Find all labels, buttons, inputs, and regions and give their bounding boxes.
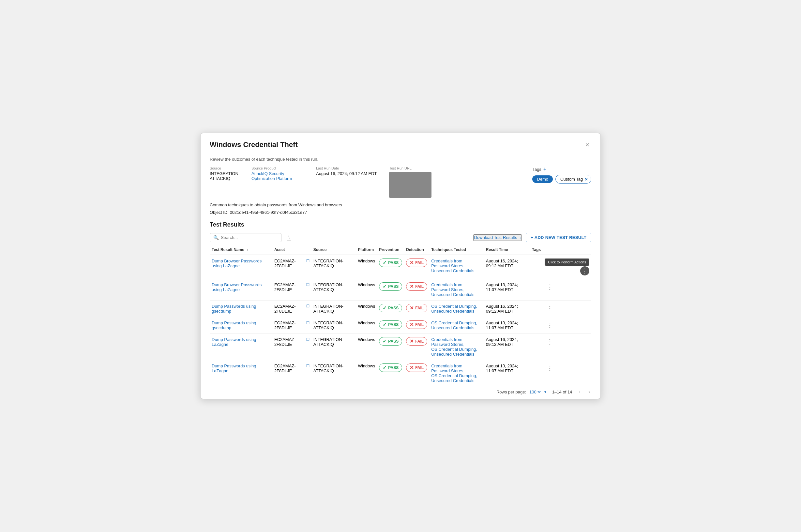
chevron-down-icon: ▼ xyxy=(544,390,547,394)
search-box: 🔍 xyxy=(210,233,281,242)
close-button[interactable]: × xyxy=(583,140,591,149)
technique-link[interactable]: Credentials from Password Stores, xyxy=(431,363,482,373)
technique-link[interactable]: Unsecured Credentials xyxy=(431,309,482,314)
cell-name: Dump Passwords using LaZagne xyxy=(210,360,272,385)
tags-add-button[interactable]: + xyxy=(543,166,546,172)
external-link-icon[interactable]: ❐ xyxy=(306,364,310,368)
last-run-col: Last Run Date August 16, 2024; 09:12 AM … xyxy=(316,166,377,176)
col-platform: Platform xyxy=(356,245,377,255)
actions-button[interactable]: ⋮ xyxy=(545,320,555,329)
cell-platform: Windows xyxy=(356,360,377,385)
technique-link[interactable]: OS Credential Dumping, xyxy=(431,320,482,325)
search-input[interactable] xyxy=(221,235,278,240)
result-name-link[interactable]: Dump Passwords using gsecdump xyxy=(212,320,256,330)
result-time-value: August 16, 2024; 09:12 AM EDT xyxy=(486,337,518,347)
technique-link[interactable]: OS Credential Dumping, xyxy=(431,304,482,309)
col-tags: Tags xyxy=(530,245,543,255)
cell-platform: Windows xyxy=(356,301,377,317)
result-name-link[interactable]: Dump Browser Passwords using LaZagne xyxy=(212,259,262,268)
technique-link[interactable]: Unsecured Credentials xyxy=(431,325,482,330)
technique-link[interactable]: Unsecured Credentials xyxy=(431,352,482,357)
col-result-time: Result Time xyxy=(484,245,530,255)
cell-result-time: August 13, 2024; 11:07 AM EDT xyxy=(484,279,530,301)
technique-link[interactable]: Unsecured Credentials xyxy=(431,268,482,273)
technique-link[interactable]: Credentials from Password Stores, xyxy=(431,337,482,347)
detection-badge: ✕ FAIL xyxy=(406,363,427,372)
custom-tag-label: Custom Tag xyxy=(560,177,583,182)
result-time-value: August 13, 2024; 11:07 AM EDT xyxy=(486,282,518,292)
pass-dot: ✓ xyxy=(383,365,387,370)
cell-name: Dump Passwords using gsecdump xyxy=(210,317,272,334)
prevention-badge: ✓ PASS xyxy=(379,282,402,291)
cell-result-time: August 13, 2024; 11:07 AM EDT xyxy=(484,317,530,334)
result-name-link[interactable]: Dump Passwords using LaZagne xyxy=(212,363,256,373)
cell-detection: ✕ FAIL xyxy=(404,301,429,317)
technique-link[interactable]: Unsecured Credentials xyxy=(431,378,482,383)
asset-value: EC2AMAZ-2F8DLJE xyxy=(274,363,305,373)
table-container: Test Result Name ↑ Asset Source Platform… xyxy=(201,245,600,385)
actions-button[interactable]: ⋮ xyxy=(580,266,589,276)
technique-link[interactable]: Credentials from Password Stores, xyxy=(431,282,482,292)
source-value: INTEGRATION-ATTACKIQ xyxy=(313,337,343,347)
asset-value: EC2AMAZ-2F8DLJE xyxy=(274,282,305,292)
prev-page-button[interactable]: ‹ xyxy=(577,388,581,395)
cell-result-time: August 16, 2024; 09:12 AM EDT xyxy=(484,334,530,360)
cell-name: Dump Browser Passwords using LaZagne xyxy=(210,279,272,301)
cell-prevention: ✓ PASS xyxy=(377,301,404,317)
actions-button[interactable]: ⋮ xyxy=(545,337,555,346)
cell-detection: ✕ FAIL xyxy=(404,279,429,301)
platform-value: Windows xyxy=(358,259,375,263)
platform-value: Windows xyxy=(358,320,375,325)
download-button[interactable]: Download Test Results ↓ xyxy=(473,234,522,241)
source-product-link[interactable]: AttackIQ Security Optimization Platform xyxy=(252,171,304,181)
actions-button[interactable]: ⋮ xyxy=(545,304,555,313)
external-link-icon[interactable]: ❐ xyxy=(306,259,310,263)
tags-header: Tags + xyxy=(532,166,591,172)
col-techniques: Techniques Tested xyxy=(429,245,484,255)
external-link-icon[interactable]: ❐ xyxy=(306,304,310,308)
result-name-link[interactable]: Dump Passwords using gsecdump xyxy=(212,304,256,314)
cell-detection: ✕ FAIL xyxy=(404,334,429,360)
actions-button[interactable]: ⋮ xyxy=(545,363,555,373)
cell-name: Dump Browser Passwords using LaZagne xyxy=(210,255,272,279)
result-name-link[interactable]: Dump Passwords using LaZagne xyxy=(212,337,256,347)
cell-actions: ⋮ xyxy=(543,301,591,317)
source-col: Source INTEGRATION-ATTACKIQ xyxy=(210,166,239,181)
download-label: Download Test Results xyxy=(474,235,517,240)
rows-per-page-label: Rows per page: xyxy=(497,390,526,395)
cell-asset: EC2AMAZ-2F8DLJE ❐ xyxy=(272,334,312,360)
rows-per-page-select[interactable]: 100 50 25 xyxy=(528,389,542,395)
cell-asset: EC2AMAZ-2F8DLJE ❐ xyxy=(272,279,312,301)
next-page-button[interactable]: › xyxy=(587,388,591,395)
cell-prevention: ✓ PASS xyxy=(377,279,404,301)
object-id: Object ID: 0021de41-495f-4861-93f7-d0f45… xyxy=(201,209,600,218)
custom-tag-remove[interactable]: × xyxy=(585,176,588,182)
col-test-result-name: Test Result Name ↑ xyxy=(210,245,272,255)
cell-detection: ✕ FAIL xyxy=(404,317,429,334)
cell-asset: EC2AMAZ-2F8DLJE ❐ xyxy=(272,317,312,334)
external-link-icon[interactable]: ❐ xyxy=(306,321,310,325)
table-row: Dump Passwords using LaZagneEC2AMAZ-2F8D… xyxy=(210,334,591,360)
technique-link[interactable]: OS Credential Dumping, xyxy=(431,373,482,378)
technique-link[interactable]: Unsecured Credentials xyxy=(431,292,482,297)
technique-link[interactable]: Credentials from Password Stores, xyxy=(431,259,482,268)
source-product-col: Source Product AttackIQ Security Optimiz… xyxy=(252,166,304,181)
cell-techniques: Credentials from Password Stores,OS Cred… xyxy=(429,334,484,360)
detection-badge: ✕ FAIL xyxy=(406,259,427,267)
external-link-icon[interactable]: ❐ xyxy=(306,283,310,287)
cell-techniques: Credentials from Password Stores,OS Cred… xyxy=(429,360,484,385)
modal: Windows Credential Theft × Review the ou… xyxy=(200,133,601,399)
cell-source: INTEGRATION-ATTACKIQ xyxy=(312,255,356,279)
result-name-link[interactable]: Dump Browser Passwords using LaZagne xyxy=(212,282,262,292)
cell-source: INTEGRATION-ATTACKIQ xyxy=(312,279,356,301)
cell-tags xyxy=(530,317,543,334)
fail-dot: ✕ xyxy=(410,305,414,311)
external-link-icon[interactable]: ❐ xyxy=(306,337,310,342)
cell-asset: EC2AMAZ-2F8DLJE ❐ xyxy=(272,360,312,385)
technique-link[interactable]: OS Credential Dumping, xyxy=(431,347,482,352)
detection-badge: ✕ FAIL xyxy=(406,337,427,345)
result-time-value: August 13, 2024; 11:07 AM EDT xyxy=(486,320,518,330)
actions-button[interactable]: ⋮ xyxy=(545,282,555,291)
add-new-button[interactable]: + ADD NEW TEST RESULT xyxy=(526,233,591,242)
cell-source: INTEGRATION-ATTACKIQ xyxy=(312,301,356,317)
